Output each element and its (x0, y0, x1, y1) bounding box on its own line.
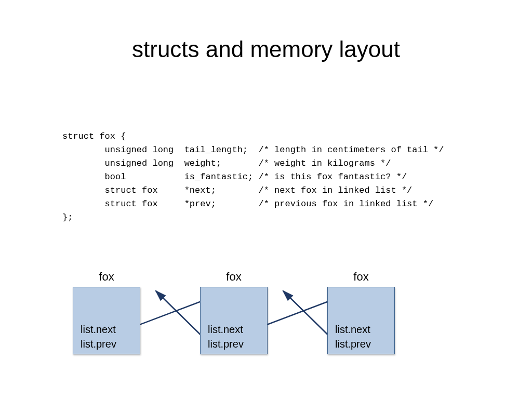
node-label-0: fox (73, 270, 140, 284)
node-box-1: list.nextlist.prev (200, 287, 268, 354)
linked-list-diagram: foxlist.nextlist.prevfoxlist.nextlist.pr… (73, 270, 468, 374)
node-label-1: fox (200, 270, 268, 284)
field-next: list.next (208, 324, 243, 336)
node-box-2: list.nextlist.prev (327, 287, 395, 354)
field-next: list.next (335, 324, 370, 336)
field-prev: list.prev (208, 338, 244, 350)
field-prev: list.prev (81, 338, 116, 350)
field-next: list.next (81, 324, 116, 336)
code-block: struct fox { unsigned long tail_length; … (62, 130, 444, 224)
field-prev: list.prev (335, 338, 371, 350)
slide-title: structs and memory layout (0, 36, 532, 62)
node-label-2: fox (327, 270, 395, 284)
node-box-0: list.nextlist.prev (73, 287, 140, 354)
